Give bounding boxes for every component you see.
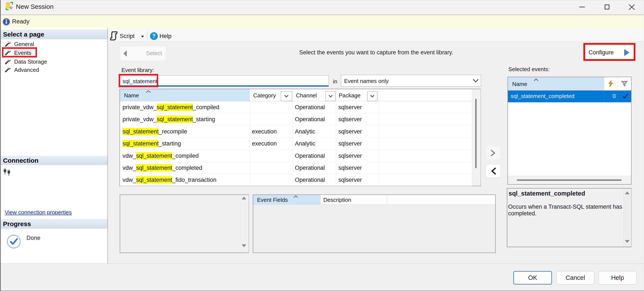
svg-text:?: ? (152, 33, 156, 39)
